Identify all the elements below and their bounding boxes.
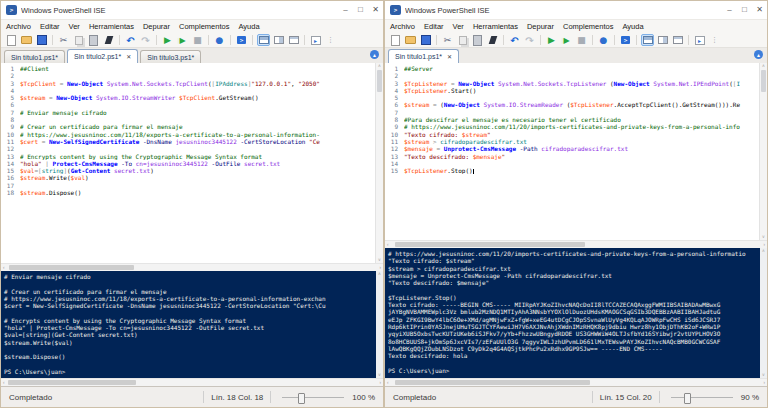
toolbar-overflow-icon[interactable] [708, 34, 721, 46]
editor-horizontal-scrollbar[interactable]: ‹ › [1, 263, 383, 271]
show-script-pane-top-icon[interactable] [257, 34, 270, 46]
run-script-icon[interactable] [161, 34, 174, 46]
menu-editar[interactable]: Editar [424, 22, 444, 31]
undo-icon[interactable] [508, 34, 521, 46]
stop-operation-icon[interactable] [191, 34, 204, 46]
scrollbar-handle[interactable] [9, 265, 134, 270]
title-bar[interactable]: > Windows PowerShell ISE – □ ✕ [385, 1, 767, 20]
new-script-icon[interactable] [5, 34, 18, 46]
open-script-icon[interactable] [404, 34, 417, 46]
zoom-slider[interactable] [671, 397, 733, 398]
redo-icon[interactable] [139, 34, 152, 46]
save-icon[interactable] [419, 34, 432, 46]
script-editor[interactable]: 1##Client23$TcpClient = New-Object Syste… [1, 63, 383, 263]
scroll-right-icon[interactable]: › [380, 379, 382, 386]
minimize-button[interactable]: – [722, 1, 737, 19]
new-remote-powershell-tab-icon[interactable] [213, 34, 226, 46]
menu-herramientas[interactable]: Herramientas [473, 22, 518, 31]
menu-archivo[interactable]: Archivo [390, 22, 415, 31]
show-script-pane-toggle-icon[interactable] [693, 34, 706, 46]
stop-operation-icon[interactable] [575, 34, 588, 46]
menu-archivo[interactable]: Archivo [6, 22, 31, 31]
scroll-left-icon[interactable]: ‹ [3, 379, 5, 386]
run-selection-icon[interactable] [176, 34, 189, 46]
script-tab[interactable]: Sin título3.ps1* [140, 50, 201, 63]
run-script-icon[interactable] [545, 34, 558, 46]
toolbar-overflow-icon[interactable] [324, 34, 337, 46]
scroll-left-icon[interactable]: ‹ [3, 264, 5, 271]
console-horizontal-scrollbar[interactable]: ‹ › [385, 378, 767, 386]
scroll-up-icon[interactable]: ∧ [760, 248, 767, 254]
cut-icon[interactable] [57, 34, 70, 46]
redo-icon[interactable] [523, 34, 536, 46]
editor-vertical-scrollbar[interactable]: ∧ ∨ [375, 63, 383, 263]
scroll-left-icon[interactable]: ‹ [387, 379, 389, 386]
start-powershell-exe-icon[interactable] [235, 34, 248, 46]
menu-herramientas[interactable]: Herramientas [89, 22, 134, 31]
close-button[interactable]: ✕ [752, 1, 767, 19]
copy-icon[interactable] [72, 34, 85, 46]
script-tab[interactable]: Sin título1.ps1* [4, 50, 65, 63]
scrollbar-handle[interactable] [395, 242, 585, 247]
scrollbar-handle[interactable] [395, 380, 590, 385]
save-icon[interactable] [35, 34, 48, 46]
editor-horizontal-scrollbar[interactable]: ‹ › [385, 240, 767, 248]
show-script-pane-right-icon[interactable] [656, 34, 669, 46]
cut-icon[interactable] [441, 34, 454, 46]
show-script-pane-toggle-icon[interactable] [309, 34, 322, 46]
minimize-button[interactable]: – [338, 1, 353, 19]
menu-editar[interactable]: Editar [40, 22, 60, 31]
menu-ver[interactable]: Ver [453, 22, 464, 31]
paste-icon[interactable] [471, 34, 484, 46]
title-bar[interactable]: > Windows PowerShell ISE – □ ✕ [1, 1, 383, 20]
console-pane[interactable]: # Enviar mensaje cifrado # Crear un cert… [1, 271, 383, 378]
console-pane[interactable]: # https://www.jesusninoc.com/11/20/impor… [385, 248, 767, 378]
code-area[interactable]: 1##Client23$TcpClient = New-Object Syste… [1, 63, 375, 263]
menu-depurar[interactable]: Depurar [527, 22, 554, 31]
start-powershell-exe-icon[interactable] [619, 34, 632, 46]
script-editor[interactable]: 1##Server23$TcpListener = New-Object Sys… [385, 63, 767, 240]
editor-vertical-scrollbar[interactable]: ∧ ∨ [759, 63, 767, 240]
open-script-icon[interactable] [20, 34, 33, 46]
show-script-pane-right-icon[interactable] [272, 34, 285, 46]
menu-ayuda[interactable]: Ayuda [622, 22, 643, 31]
console-vertical-scrollbar[interactable]: ∧ ∨ [760, 248, 767, 378]
collapse-script-pane-icon[interactable]: ▲ [754, 50, 763, 59]
console-output[interactable]: # Enviar mensaje cifrado # Crear un cert… [1, 271, 376, 378]
run-selection-icon[interactable] [560, 34, 573, 46]
scroll-right-icon[interactable]: › [380, 264, 382, 271]
scroll-up-icon[interactable]: ∧ [760, 63, 767, 69]
scroll-left-icon[interactable]: ‹ [387, 241, 389, 248]
new-script-icon[interactable] [389, 34, 402, 46]
script-tab[interactable]: Sin título2.ps1*✕ [67, 49, 138, 63]
script-tab[interactable]: Sin título1.ps1*✕ [388, 49, 459, 63]
show-script-pane-top-icon[interactable] [641, 34, 654, 46]
undo-icon[interactable] [124, 34, 137, 46]
scroll-up-icon[interactable]: ∧ [376, 63, 383, 69]
paste-icon[interactable] [87, 34, 100, 46]
console-vertical-scrollbar[interactable]: ∧ ∨ [376, 271, 383, 378]
clear-console-pane-icon[interactable] [486, 34, 499, 46]
collapse-script-pane-icon[interactable]: ▲ [370, 50, 379, 59]
scroll-up-icon[interactable]: ∧ [376, 271, 383, 277]
menu-ver[interactable]: Ver [69, 22, 80, 31]
copy-icon[interactable] [456, 34, 469, 46]
zoom-slider-handle[interactable] [298, 393, 305, 404]
menu-complementos[interactable]: Complementos [563, 22, 613, 31]
zoom-slider[interactable] [282, 397, 344, 398]
scroll-right-icon[interactable]: › [764, 241, 766, 248]
new-remote-powershell-tab-icon[interactable] [597, 34, 610, 46]
show-script-pane-maximized-icon[interactable] [671, 34, 684, 46]
scrollbar-handle[interactable] [8, 380, 136, 385]
console-horizontal-scrollbar[interactable]: ‹ › [1, 378, 383, 386]
code-area[interactable]: 1##Server23$TcpListener = New-Object Sys… [385, 63, 759, 240]
scroll-right-icon[interactable]: › [764, 379, 766, 386]
scrollbar-handle[interactable] [377, 70, 382, 92]
show-script-pane-maximized-icon[interactable] [287, 34, 300, 46]
scrollbar-handle[interactable] [761, 70, 766, 92]
menu-ayuda[interactable]: Ayuda [238, 22, 259, 31]
tab-close-icon[interactable]: ✕ [447, 53, 452, 60]
maximize-button[interactable]: □ [737, 1, 752, 19]
console-output[interactable]: # https://www.jesusninoc.com/11/20/impor… [385, 248, 760, 378]
close-button[interactable]: ✕ [368, 1, 383, 19]
